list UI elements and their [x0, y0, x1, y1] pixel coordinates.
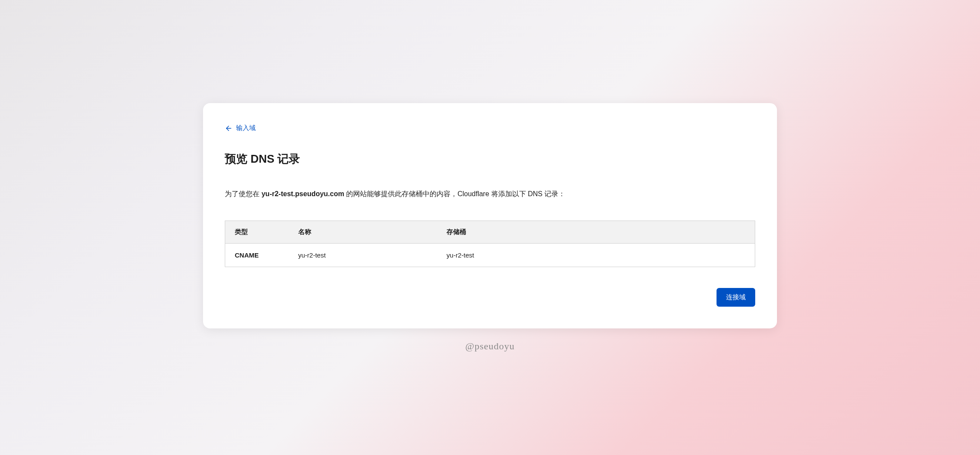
cell-type: CNAME — [225, 243, 289, 267]
table-header-row: 类型 名称 存储桶 — [225, 221, 755, 243]
description-domain: yu-r2-test.pseudoyu.com — [261, 190, 344, 197]
dns-preview-card: 输入域 预览 DNS 记录 为了使您在 yu-r2-test.pseudoyu.… — [203, 103, 777, 328]
watermark: @pseudoyu — [465, 341, 515, 352]
cell-bucket: yu-r2-test — [437, 243, 755, 267]
description-suffix: 的网站能够提供此存储桶中的内容，Cloudflare 将添加以下 DNS 记录： — [344, 190, 566, 197]
connect-domain-button[interactable]: 连接域 — [717, 288, 755, 307]
table-row: CNAME yu-r2-test yu-r2-test — [225, 243, 755, 267]
actions-bar: 连接域 — [225, 288, 755, 307]
page-title: 预览 DNS 记录 — [225, 151, 755, 167]
column-header-type: 类型 — [225, 221, 289, 243]
description: 为了使您在 yu-r2-test.pseudoyu.com 的网站能够提供此存储… — [225, 188, 755, 200]
back-link-label: 输入域 — [236, 124, 256, 132]
description-prefix: 为了使您在 — [225, 190, 261, 197]
column-header-name: 名称 — [289, 221, 437, 243]
column-header-bucket: 存储桶 — [437, 221, 755, 243]
dns-records-table: 类型 名称 存储桶 CNAME yu-r2-test yu-r2-test — [225, 221, 755, 267]
cell-name: yu-r2-test — [289, 243, 437, 267]
arrow-left-icon — [225, 124, 233, 132]
back-link[interactable]: 输入域 — [225, 124, 256, 132]
